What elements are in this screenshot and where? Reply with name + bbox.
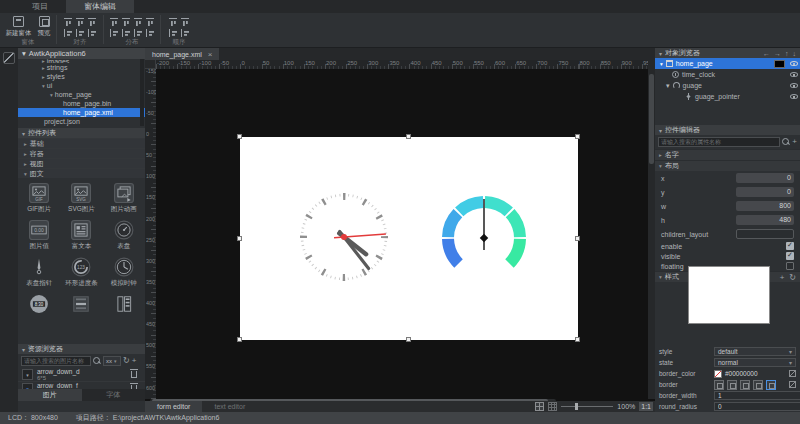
align-center-icon[interactable] (76, 18, 84, 26)
refresh-icon[interactable]: ↻ (123, 356, 130, 366)
vscroll-thumb[interactable] (649, 74, 654, 164)
distribute-h1-icon[interactable] (110, 18, 118, 26)
enable-checkbox[interactable] (786, 242, 794, 250)
object-node-guage[interactable]: ▾ guage (655, 80, 800, 91)
tree-item-home-page[interactable]: ▾ home_page (18, 90, 145, 99)
prop-h-value[interactable]: 480 (736, 215, 794, 225)
section-name[interactable]: ▸ 名字 (655, 149, 800, 160)
reset-icon[interactable] (789, 381, 796, 388)
widget-list-header[interactable]: ▾ 控件列表 (18, 128, 145, 138)
resource-tab-fonts[interactable]: 字体 (82, 389, 146, 401)
resize-handle-e[interactable] (575, 236, 580, 241)
menu-tab-form-edit[interactable]: 窗体编辑 (66, 0, 134, 13)
tree-scrollbar[interactable] (140, 59, 144, 126)
tab-text-editor[interactable]: text editor (202, 401, 257, 412)
add-property-icon[interactable]: + (792, 137, 797, 147)
widget-editor-header[interactable]: ▾ 控件编辑器 (655, 125, 800, 135)
add-style-icon[interactable]: + (780, 273, 785, 282)
search-icon[interactable] (782, 138, 790, 146)
property-search-input[interactable] (658, 137, 780, 147)
widget-rich-text[interactable]: 富文本 (61, 220, 101, 251)
resource-filter-select[interactable]: xx ▾ (103, 356, 121, 366)
visibility-eye-icon[interactable] (790, 94, 798, 99)
add-resource-icon[interactable]: + (132, 356, 137, 366)
align-top-icon[interactable] (64, 29, 72, 37)
resource-browser-header[interactable]: ▾ 资源浏览器 (18, 344, 145, 354)
widget-gif-image[interactable]: GIF GIF图片 (19, 183, 59, 214)
toggle-panel-icon[interactable] (3, 52, 15, 64)
distribute-h2-icon[interactable] (122, 18, 130, 26)
resource-item[interactable]: ▾ arrow_down_d 6*5 (18, 368, 145, 382)
round-radius-input[interactable] (714, 402, 800, 411)
pan-tool-icon[interactable] (535, 402, 544, 411)
widget-list-item[interactable] (104, 294, 144, 316)
zoom-slider-knob[interactable] (575, 403, 578, 410)
widget-analog-clock[interactable]: 模拟时钟 (104, 257, 144, 288)
border-width-input[interactable] (714, 391, 800, 400)
analog-clock-widget[interactable] (302, 195, 386, 279)
distribute-v2-icon[interactable] (122, 29, 130, 37)
visibility-eye-icon[interactable] (790, 61, 798, 66)
border-bottom-button[interactable] (753, 380, 763, 390)
widget-digital-clock[interactable]: 8:30 (19, 294, 59, 316)
state-select[interactable]: normal ▾ (714, 358, 796, 367)
search-icon[interactable] (93, 357, 101, 365)
delete-icon[interactable] (131, 371, 137, 378)
move-down-icon[interactable] (181, 29, 189, 37)
close-icon[interactable]: × (208, 50, 213, 59)
category-container[interactable]: ▸ 容器 (18, 148, 145, 158)
category-view[interactable]: ▸ 视图 (18, 158, 145, 168)
move-down-icon[interactable]: ↓ (793, 50, 797, 57)
resize-handle-s[interactable] (406, 337, 411, 342)
resize-handle-w[interactable] (237, 236, 242, 241)
resize-handle-ne[interactable] (575, 134, 580, 139)
widget-circle-progress[interactable]: 123 环形进度条 (61, 257, 101, 288)
widget-image-value[interactable]: 0.00 图片值 (19, 220, 59, 251)
border-top-button[interactable] (727, 380, 737, 390)
section-layout[interactable]: ▾ 布局 (655, 160, 800, 171)
vertical-scrollbar[interactable] (648, 60, 655, 399)
visibility-eye-icon[interactable] (790, 72, 798, 77)
zoom-1-1-button[interactable]: 1:1 (639, 402, 653, 411)
visibility-eye-icon[interactable] (790, 83, 798, 88)
widget-gauge[interactable]: 表盘 (104, 220, 144, 251)
widget-image-animation[interactable]: 图片动画 (104, 183, 144, 214)
distribute-h4-icon[interactable] (146, 18, 154, 26)
grid-toggle-icon[interactable] (548, 402, 557, 411)
tree-item-strings[interactable]: ▸ strings (18, 63, 145, 72)
project-root[interactable]: ▾ AwtkApplication6 (18, 48, 145, 59)
distribute-v3-icon[interactable] (134, 29, 142, 37)
prop-x-value[interactable]: 0 (736, 173, 794, 183)
distribute-h3-icon[interactable] (134, 18, 142, 26)
distribute-v4-icon[interactable] (146, 29, 154, 37)
align-left-icon[interactable] (64, 18, 72, 26)
border-color-swatch[interactable] (714, 370, 722, 378)
widget-svg-image[interactable]: SVG SVG图片 (61, 183, 101, 214)
children-layout-input[interactable] (736, 229, 794, 239)
prop-w-value[interactable]: 800 (736, 201, 794, 211)
zoom-slider[interactable] (561, 402, 613, 411)
reset-icon[interactable] (789, 370, 796, 377)
align-right-icon[interactable] (88, 18, 96, 26)
tree-item-ui[interactable]: ▾ ui (18, 81, 145, 90)
resource-tab-images[interactable]: 图片 (18, 389, 82, 401)
tab-form-editor[interactable]: form editor (145, 401, 202, 412)
border-all-button[interactable] (766, 380, 776, 390)
widget-text-item[interactable] (61, 294, 101, 316)
doc-tab-home-page-xml[interactable]: home_page.xml × (145, 48, 219, 60)
canvas-viewport[interactable] (156, 69, 648, 399)
move-right-icon[interactable]: → (774, 50, 781, 57)
tree-item-project-json[interactable]: project.json (18, 117, 145, 126)
bring-front-icon[interactable] (169, 18, 177, 26)
resize-handle-sw[interactable] (237, 337, 242, 342)
align-bottom-icon[interactable] (88, 29, 96, 37)
refresh-style-icon[interactable]: ↻ (789, 273, 796, 282)
tree-item-home-page-xml[interactable]: home_page.xml (18, 108, 145, 117)
object-node-time-clock[interactable]: time_clock (655, 69, 800, 80)
visible-checkbox[interactable] (786, 252, 794, 260)
move-up-icon[interactable]: ↑ (785, 50, 789, 57)
move-left-icon[interactable]: ← (763, 50, 770, 57)
distribute-v1-icon[interactable] (110, 29, 118, 37)
floating-checkbox[interactable] (786, 262, 794, 270)
resize-handle-n[interactable] (406, 134, 411, 139)
